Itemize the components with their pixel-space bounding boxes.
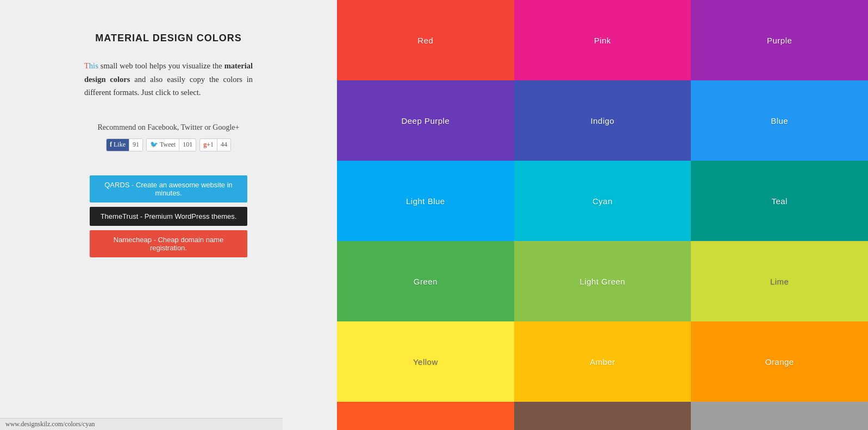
color-cell-grey[interactable]: Grey <box>691 402 868 430</box>
color-label: Pink <box>594 36 611 45</box>
color-label: Light Green <box>580 277 626 286</box>
color-cell-amber[interactable]: Amber <box>514 321 691 402</box>
color-label: Indigo <box>591 116 615 125</box>
recommend-section: Recommend on Facebook, Twitter or Google… <box>33 123 304 151</box>
tw-count: 101 <box>179 139 196 151</box>
facebook-icon: f <box>110 141 112 149</box>
color-cell-blue[interactable]: Blue <box>691 80 868 161</box>
color-cell-indigo[interactable]: Indigo <box>514 80 691 161</box>
ads-section: QARDS - Create an awesome website in min… <box>33 175 304 257</box>
fb-label: f Like <box>107 139 129 151</box>
color-label: Yellow <box>413 357 438 366</box>
page-title: MATERIAL DESIGN COLORS <box>95 33 241 44</box>
gplus-icon: g+ <box>203 141 210 149</box>
color-cell-deep-purple[interactable]: Deep Purple <box>337 80 514 161</box>
color-cell-yellow[interactable]: Yellow <box>337 321 514 402</box>
color-cell-light-blue[interactable]: Light Blue <box>337 161 514 241</box>
color-label: Light Blue <box>406 197 445 206</box>
color-label: Purple <box>767 36 792 45</box>
desc-T: T <box>84 61 89 70</box>
left-panel: MATERIAL DESIGN COLORS This small web to… <box>0 0 337 430</box>
color-cell-cyan[interactable]: Cyan <box>514 161 691 241</box>
fb-like-text: Like <box>114 141 126 149</box>
twitter-tweet-button[interactable]: 🐦 Tweet 101 <box>146 138 196 151</box>
social-buttons: f Like 91 🐦 Tweet 101 g+ 1 44 <box>33 138 304 151</box>
gplus-one-text: 1 <box>210 141 214 149</box>
color-grid: RedPinkPurpleDeep PurpleIndigoBlueLight … <box>337 0 868 430</box>
status-bar: www.designskilz.com/colors/cyan <box>0 418 283 430</box>
color-label: Blue <box>771 116 788 125</box>
description-text: This small web tool helps you visualize … <box>84 59 253 99</box>
facebook-like-button[interactable]: f Like 91 <box>106 138 143 151</box>
desc-bold: material design colors <box>84 61 253 84</box>
color-label: Green <box>414 277 438 286</box>
googleplus-button[interactable]: g+ 1 44 <box>199 138 231 151</box>
gplus-count: 44 <box>217 139 230 151</box>
color-label: Cyan <box>592 197 613 206</box>
color-label: Red <box>417 36 433 45</box>
gplus-label: g+ 1 <box>200 139 217 151</box>
recommend-label: Recommend on Facebook, Twitter or Google… <box>33 123 304 132</box>
color-cell-teal[interactable]: Teal <box>691 161 868 241</box>
color-cell-brown[interactable]: Brown <box>514 402 691 430</box>
color-cell-red[interactable]: Red <box>337 0 514 80</box>
namecheap-ad-button[interactable]: Namecheap - Cheap domain name registrati… <box>90 230 247 257</box>
color-label: Teal <box>771 197 788 206</box>
color-cell-light-green[interactable]: Light Green <box>514 241 691 321</box>
desc-his: his <box>89 61 98 70</box>
color-cell-deep-orange[interactable]: Deep Orange <box>337 402 514 430</box>
color-cell-green[interactable]: Green <box>337 241 514 321</box>
color-cell-pink[interactable]: Pink <box>514 0 691 80</box>
color-label: Orange <box>765 357 794 366</box>
color-cell-orange[interactable]: Orange <box>691 321 868 402</box>
tw-tweet-text: Tweet <box>160 141 176 149</box>
color-cell-purple[interactable]: Purple <box>691 0 868 80</box>
twitter-icon: 🐦 <box>150 141 158 149</box>
tw-label: 🐦 Tweet <box>147 139 179 151</box>
color-label: Deep Purple <box>401 116 449 125</box>
qards-ad-button[interactable]: QARDS - Create an awesome website in min… <box>90 175 247 203</box>
color-cell-lime[interactable]: Lime <box>691 241 868 321</box>
color-label: Lime <box>770 277 789 286</box>
color-label: Amber <box>590 357 615 366</box>
fb-count: 91 <box>129 139 142 151</box>
themetrust-ad-button[interactable]: ThemeTrust - Premium WordPress themes. <box>90 207 247 226</box>
